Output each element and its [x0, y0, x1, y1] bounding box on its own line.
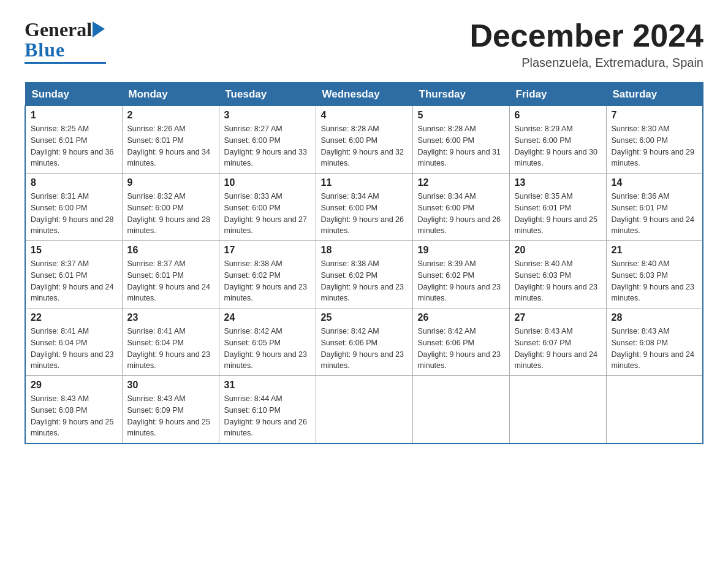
day-info: Sunrise: 8:31 AMSunset: 6:00 PMDaylight:… [31, 191, 117, 237]
day-info: Sunrise: 8:36 AMSunset: 6:01 PMDaylight:… [612, 191, 698, 237]
day-number: 9 [127, 177, 214, 188]
calendar-cell [316, 376, 412, 444]
col-wednesday: Wednesday [316, 83, 412, 106]
day-info: Sunrise: 8:27 AMSunset: 6:00 PMDaylight:… [224, 123, 311, 169]
calendar-cell: 31Sunrise: 8:44 AMSunset: 6:10 PMDayligh… [219, 376, 316, 444]
calendar-cell: 5Sunrise: 8:28 AMSunset: 6:00 PMDaylight… [412, 106, 509, 174]
calendar-cell: 15Sunrise: 8:37 AMSunset: 6:01 PMDayligh… [25, 241, 122, 308]
col-thursday: Thursday [412, 83, 509, 106]
day-number: 12 [418, 177, 504, 188]
calendar-cell: 14Sunrise: 8:36 AMSunset: 6:01 PMDayligh… [606, 174, 703, 241]
logo-underline [25, 62, 106, 64]
calendar-cell [606, 376, 703, 444]
calendar-cell: 3Sunrise: 8:27 AMSunset: 6:00 PMDaylight… [219, 106, 316, 174]
day-number: 14 [612, 177, 698, 188]
day-info: Sunrise: 8:34 AMSunset: 6:00 PMDaylight:… [321, 191, 408, 237]
calendar-cell: 26Sunrise: 8:42 AMSunset: 6:06 PMDayligh… [412, 308, 509, 376]
day-info: Sunrise: 8:40 AMSunset: 6:03 PMDaylight:… [515, 258, 601, 304]
day-info: Sunrise: 8:37 AMSunset: 6:01 PMDaylight:… [31, 258, 117, 304]
calendar-week-4: 22Sunrise: 8:41 AMSunset: 6:04 PMDayligh… [25, 308, 703, 376]
calendar-cell: 28Sunrise: 8:43 AMSunset: 6:08 PMDayligh… [606, 308, 703, 376]
day-number: 28 [612, 312, 698, 323]
logo-general-text: General [25, 18, 92, 41]
calendar-cell: 21Sunrise: 8:40 AMSunset: 6:03 PMDayligh… [606, 241, 703, 308]
day-info: Sunrise: 8:30 AMSunset: 6:00 PMDaylight:… [612, 123, 698, 169]
day-info: Sunrise: 8:41 AMSunset: 6:04 PMDaylight:… [127, 326, 214, 372]
day-number: 16 [127, 245, 214, 256]
calendar-table: Sunday Monday Tuesday Wednesday Thursday… [25, 82, 703, 444]
col-tuesday: Tuesday [219, 83, 316, 106]
day-number: 29 [31, 380, 117, 391]
calendar-cell: 2Sunrise: 8:26 AMSunset: 6:01 PMDaylight… [122, 106, 219, 174]
day-number: 10 [224, 177, 311, 188]
day-info: Sunrise: 8:40 AMSunset: 6:03 PMDaylight:… [612, 258, 698, 304]
day-number: 22 [31, 312, 117, 323]
calendar-cell: 10Sunrise: 8:33 AMSunset: 6:00 PMDayligh… [219, 174, 316, 241]
day-info: Sunrise: 8:43 AMSunset: 6:08 PMDaylight:… [612, 326, 698, 372]
calendar-cell: 13Sunrise: 8:35 AMSunset: 6:01 PMDayligh… [509, 174, 606, 241]
calendar-cell: 23Sunrise: 8:41 AMSunset: 6:04 PMDayligh… [122, 308, 219, 376]
calendar-cell: 19Sunrise: 8:39 AMSunset: 6:02 PMDayligh… [412, 241, 509, 308]
day-info: Sunrise: 8:28 AMSunset: 6:00 PMDaylight:… [321, 123, 408, 169]
location-subtitle: Plasenzuela, Extremadura, Spain [469, 56, 703, 70]
calendar-cell: 27Sunrise: 8:43 AMSunset: 6:07 PMDayligh… [509, 308, 606, 376]
day-number: 23 [127, 312, 214, 323]
day-info: Sunrise: 8:43 AMSunset: 6:08 PMDaylight:… [31, 393, 117, 439]
page-header: General Blue December 2024 Plasenzuela, … [25, 18, 703, 70]
day-number: 21 [612, 245, 698, 256]
day-info: Sunrise: 8:43 AMSunset: 6:07 PMDaylight:… [515, 326, 601, 372]
calendar-week-1: 1Sunrise: 8:25 AMSunset: 6:01 PMDaylight… [25, 106, 703, 174]
calendar-cell [412, 376, 509, 444]
month-title: December 2024 [469, 18, 703, 53]
col-sunday: Sunday [25, 83, 122, 106]
svg-marker-0 [93, 21, 105, 37]
calendar-cell: 22Sunrise: 8:41 AMSunset: 6:04 PMDayligh… [25, 308, 122, 376]
calendar-week-5: 29Sunrise: 8:43 AMSunset: 6:08 PMDayligh… [25, 376, 703, 444]
calendar-cell: 16Sunrise: 8:37 AMSunset: 6:01 PMDayligh… [122, 241, 219, 308]
day-number: 11 [321, 177, 408, 188]
day-number: 6 [515, 110, 601, 121]
calendar-cell: 6Sunrise: 8:29 AMSunset: 6:00 PMDaylight… [509, 106, 606, 174]
calendar-cell: 8Sunrise: 8:31 AMSunset: 6:00 PMDaylight… [25, 174, 122, 241]
day-number: 5 [418, 110, 504, 121]
header-row: Sunday Monday Tuesday Wednesday Thursday… [25, 83, 703, 106]
logo-blue-text: Blue [25, 39, 65, 61]
day-number: 7 [612, 110, 698, 121]
day-number: 30 [127, 380, 214, 391]
day-number: 24 [224, 312, 311, 323]
calendar-cell: 4Sunrise: 8:28 AMSunset: 6:00 PMDaylight… [316, 106, 412, 174]
day-info: Sunrise: 8:38 AMSunset: 6:02 PMDaylight:… [224, 258, 311, 304]
day-number: 17 [224, 245, 311, 256]
day-number: 19 [418, 245, 504, 256]
day-info: Sunrise: 8:29 AMSunset: 6:00 PMDaylight:… [515, 123, 601, 169]
day-info: Sunrise: 8:43 AMSunset: 6:09 PMDaylight:… [127, 393, 214, 439]
day-info: Sunrise: 8:41 AMSunset: 6:04 PMDaylight:… [31, 326, 117, 372]
day-info: Sunrise: 8:34 AMSunset: 6:00 PMDaylight:… [418, 191, 504, 237]
day-info: Sunrise: 8:28 AMSunset: 6:00 PMDaylight:… [418, 123, 504, 169]
calendar-week-2: 8Sunrise: 8:31 AMSunset: 6:00 PMDaylight… [25, 174, 703, 241]
col-friday: Friday [509, 83, 606, 106]
col-monday: Monday [122, 83, 219, 106]
calendar-cell: 29Sunrise: 8:43 AMSunset: 6:08 PMDayligh… [25, 376, 122, 444]
calendar-cell: 9Sunrise: 8:32 AMSunset: 6:00 PMDaylight… [122, 174, 219, 241]
calendar-cell: 18Sunrise: 8:38 AMSunset: 6:02 PMDayligh… [316, 241, 412, 308]
calendar-cell: 20Sunrise: 8:40 AMSunset: 6:03 PMDayligh… [509, 241, 606, 308]
day-info: Sunrise: 8:26 AMSunset: 6:01 PMDaylight:… [127, 123, 214, 169]
col-saturday: Saturday [606, 83, 703, 106]
day-number: 1 [31, 110, 117, 121]
day-info: Sunrise: 8:32 AMSunset: 6:00 PMDaylight:… [127, 191, 214, 237]
day-number: 20 [515, 245, 601, 256]
day-number: 4 [321, 110, 408, 121]
calendar-cell: 30Sunrise: 8:43 AMSunset: 6:09 PMDayligh… [122, 376, 219, 444]
calendar-cell: 7Sunrise: 8:30 AMSunset: 6:00 PMDaylight… [606, 106, 703, 174]
day-info: Sunrise: 8:35 AMSunset: 6:01 PMDaylight:… [515, 191, 601, 237]
day-info: Sunrise: 8:33 AMSunset: 6:00 PMDaylight:… [224, 191, 311, 237]
day-number: 15 [31, 245, 117, 256]
day-number: 8 [31, 177, 117, 188]
calendar-cell: 24Sunrise: 8:42 AMSunset: 6:05 PMDayligh… [219, 308, 316, 376]
calendar-cell: 25Sunrise: 8:42 AMSunset: 6:06 PMDayligh… [316, 308, 412, 376]
calendar-header: Sunday Monday Tuesday Wednesday Thursday… [25, 83, 703, 106]
day-number: 25 [321, 312, 408, 323]
day-number: 26 [418, 312, 504, 323]
day-info: Sunrise: 8:37 AMSunset: 6:01 PMDaylight:… [127, 258, 214, 304]
